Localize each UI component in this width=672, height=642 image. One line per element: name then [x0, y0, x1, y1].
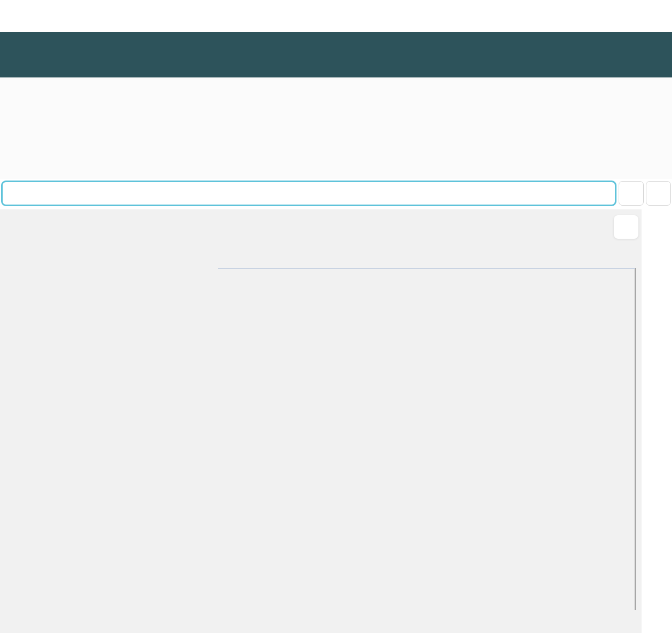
clear-search-button[interactable] [619, 181, 644, 206]
chart-title [0, 214, 642, 232]
chart-menu-button[interactable] [614, 215, 638, 239]
secondary-toolbar [0, 128, 672, 179]
timeline-end-line [635, 268, 636, 610]
chart-subtitle [0, 240, 642, 254]
primary-toolbar [0, 77, 672, 128]
time-axis [218, 268, 635, 295]
chart-header [0, 209, 642, 232]
search-button[interactable] [646, 181, 671, 206]
quick-search-input[interactable] [1, 181, 616, 206]
chart-panel [0, 209, 642, 633]
quick-search-bar [0, 179, 672, 209]
page-top-margin [0, 0, 672, 32]
window-titlebar [0, 32, 672, 77]
